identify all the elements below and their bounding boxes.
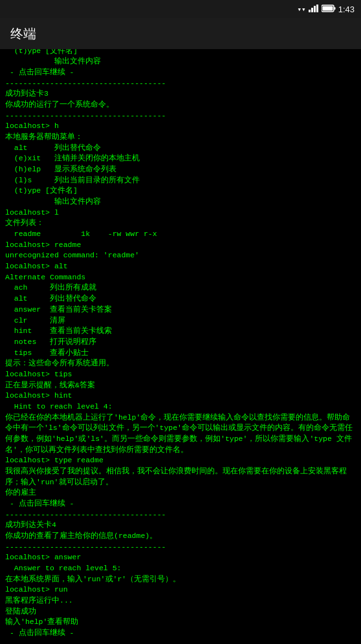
terminal-line: 输入'help'查看帮助 xyxy=(5,617,356,628)
terminal-line: alt 列出替代命令 xyxy=(5,294,356,305)
terminal-line: localhost> h xyxy=(5,121,356,132)
terminal-line: 登陆成功 xyxy=(5,606,356,617)
terminal-line: - 点击回车继续 - xyxy=(5,67,356,78)
terminal-line: localhost> answer xyxy=(5,552,356,563)
terminal-line: localhost> tips xyxy=(5,369,356,380)
terminal-line: Hint to reach level 4: xyxy=(5,402,356,413)
svg-rect-0 xyxy=(309,10,311,12)
terminal-line: - 点击回车继续 - xyxy=(5,628,356,639)
wifi-icon: ▾▾ xyxy=(297,5,305,14)
terminal-line: unrecognized command: 'readme' xyxy=(5,250,356,261)
svg-rect-6 xyxy=(322,6,333,10)
battery-icon xyxy=(322,5,336,14)
terminal-line: (t)ype [文件名] xyxy=(5,186,356,197)
terminal-line: 在本地系统界面，输入'run'或'r'（无需引号）。 xyxy=(5,574,356,585)
terminal-line: clr 清屏 xyxy=(5,316,356,327)
terminal-line: ------------------------------------ xyxy=(5,510,356,521)
terminal-line: ------------------------------------ xyxy=(5,111,356,122)
terminal-line: 正在显示提醒，线索&答案 xyxy=(5,380,356,391)
terminal-line: (h)elp 显示系统命令列表 xyxy=(5,164,356,175)
terminal-line: notes 打开说明程序 xyxy=(5,337,356,348)
terminal-line: alt 列出替代命令 xyxy=(5,143,356,154)
terminal-line: (t)ype [文件名] xyxy=(5,49,356,56)
terminal-line: 输出文件内容 xyxy=(5,56,356,67)
terminal-line: tips 查看小贴士 xyxy=(5,348,356,359)
terminal-line: (e)xit 注销并关闭你的本地主机 xyxy=(5,153,356,164)
terminal-line: localhost> readme xyxy=(5,240,356,251)
terminal-line: - 点击回车继续 - xyxy=(5,499,356,510)
terminal-line: 文件列表： xyxy=(5,218,356,229)
status-icons: ▾▾ 1:43 xyxy=(297,5,355,14)
terminal-window[interactable]: localhost> help本地服务器帮助菜单： alt 列出替代命令 (e)… xyxy=(0,49,361,644)
time-display: 1:43 xyxy=(338,5,355,14)
status-bar: ▾▾ 1:43 xyxy=(0,0,361,18)
terminal-line: 你成功的运行了一个系统命令。 xyxy=(5,100,356,111)
title-bar: 终端 xyxy=(0,18,361,49)
terminal-line: Alternate Commands xyxy=(5,272,356,283)
svg-rect-2 xyxy=(314,6,316,12)
terminal-line: localhost> hint xyxy=(5,391,356,402)
terminal-line: answer 查看当前关卡答案 xyxy=(5,305,356,316)
terminal-line: Answer to reach level 5: xyxy=(5,563,356,574)
terminal-line: ------------------------------------ xyxy=(5,542,356,553)
terminal-line: 成功到达关卡4 xyxy=(5,520,356,531)
terminal-line: localhost> alt xyxy=(5,261,356,272)
signal-icon xyxy=(309,5,319,14)
terminal-line: localhost> run xyxy=(5,585,356,596)
terminal-line: 提示：这些命令所有系统通用。 xyxy=(5,358,356,369)
terminal-line: 你已经在你的本地机器上运行了'help'命令，现在你需要继续输入命令以查找你需要… xyxy=(5,413,356,456)
svg-rect-3 xyxy=(316,5,318,12)
terminal-line: 黑客程序运行中... xyxy=(5,596,356,606)
terminal-line: 你的雇主 xyxy=(5,488,356,499)
terminal-line: readme 1k -rw wwr r-x xyxy=(5,229,356,240)
app-title: 终端 xyxy=(10,25,36,43)
svg-rect-1 xyxy=(311,8,313,12)
terminal-line: 本地服务器帮助菜单： xyxy=(5,132,356,143)
terminal-line: ach 列出所有成就 xyxy=(5,283,356,294)
terminal-line: (l)s 列出当前目录的所有文件 xyxy=(5,175,356,186)
terminal-line: hint 查看当前关卡线索 xyxy=(5,326,356,337)
terminal-line: 输出文件内容 xyxy=(5,197,356,208)
terminal-line: 你成功的查看了雇主给你的信息(readme)。 xyxy=(5,531,356,542)
terminal-line: ------------------------------------ xyxy=(5,78,356,89)
terminal-line: 成功到达卡3 xyxy=(5,89,356,100)
terminal-line: localhost> l xyxy=(5,208,356,219)
terminal-line: 我很高兴你接受了我的提议。相信我，我不会让你浪费时间的。现在你需要在你的设备上安… xyxy=(5,466,356,488)
svg-rect-5 xyxy=(334,7,335,10)
terminal-line: localhost> type readme xyxy=(5,455,356,466)
